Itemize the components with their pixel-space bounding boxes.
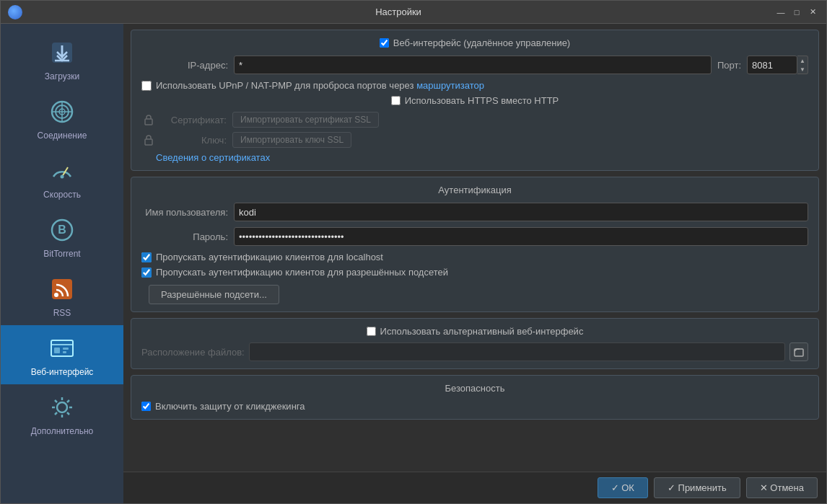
svg-line-26 — [67, 412, 69, 415]
sidebar-label-advanced: Дополнительно — [31, 426, 93, 436]
svg-text:B: B — [58, 224, 66, 236]
https-row: Использовать HTTPS вместо HTTP — [141, 95, 808, 106]
https-label: Использовать HTTPS вместо HTTP — [405, 95, 559, 106]
file-location-row: Расположение файлов: — [141, 342, 808, 361]
svg-point-14 — [54, 293, 58, 297]
svg-rect-19 — [63, 351, 66, 353]
https-checkbox[interactable] — [391, 96, 401, 105]
svg-rect-17 — [54, 348, 60, 353]
port-input[interactable] — [747, 56, 797, 74]
maximize-button[interactable]: □ — [790, 6, 803, 19]
username-input[interactable] — [234, 203, 808, 221]
bittorrent-icon: B — [46, 214, 78, 246]
skip-localhost-row: Пропускать аутентификацию клиентов для l… — [141, 252, 808, 262]
sidebar-item-connection[interactable]: Соединение — [1, 89, 123, 148]
close-button[interactable]: ✕ — [806, 6, 819, 19]
sidebar-item-advanced[interactable]: Дополнительно — [1, 384, 123, 443]
webui-enable-checkbox[interactable] — [380, 38, 389, 48]
minimize-button[interactable]: — — [774, 6, 787, 19]
cert-info-link[interactable]: Сведения о сертификатах — [156, 152, 270, 163]
skip-subnets-label: Пропускать аутентификацию клиентов для р… — [156, 267, 448, 278]
cert-icon — [141, 112, 156, 127]
cancel-button[interactable]: ✕ Отмена — [746, 477, 818, 498]
settings-window: Настройки — □ ✕ Загрузки — [0, 0, 827, 504]
allowed-subnets-row: Разрешённые подсети... — [141, 282, 808, 304]
key-icon — [141, 133, 156, 147]
file-browse-button[interactable] — [789, 342, 808, 361]
skip-localhost-label: Пропускать аутентификацию клиентов для l… — [156, 252, 383, 262]
port-down-arrow[interactable]: ▼ — [797, 65, 808, 74]
advanced-icon — [46, 392, 78, 423]
file-location-label: Расположение файлов: — [141, 347, 245, 358]
svg-line-28 — [55, 412, 57, 415]
window-title: Настройки — [22, 6, 774, 17]
rss-icon — [46, 273, 78, 305]
apply-button[interactable]: ✓ Применить — [654, 477, 740, 498]
ip-input[interactable] — [234, 56, 712, 74]
svg-line-27 — [67, 400, 69, 402]
username-label: Имя пользователя: — [141, 207, 228, 218]
auth-section: Аутентификация Имя пользователя: Пароль:… — [131, 177, 819, 312]
svg-rect-30 — [145, 139, 152, 145]
security-section: Безопасность Включить защиту от кликджек… — [131, 375, 819, 420]
sidebar: Загрузки Соединение — [1, 24, 123, 503]
ip-row: IP-адрес: Порт: ▲ ▼ — [141, 56, 808, 74]
app-logo — [8, 5, 22, 19]
sidebar-item-rss[interactable]: RSS — [1, 266, 123, 325]
router-link[interactable]: маршрутизатор — [416, 80, 484, 91]
password-input[interactable] — [234, 227, 808, 246]
skip-localhost-checkbox[interactable] — [141, 252, 152, 262]
ip-label: IP-адрес: — [141, 60, 228, 71]
cert-link-row: Сведения о сертификатах — [149, 152, 808, 163]
svg-rect-29 — [145, 119, 152, 125]
alt-webui-checkbox[interactable] — [367, 327, 376, 336]
password-row: Пароль: — [141, 227, 808, 246]
webui-icon — [46, 332, 78, 364]
titlebar: Настройки — □ ✕ — [1, 1, 826, 24]
connection-icon — [46, 96, 78, 128]
sidebar-item-bittorrent[interactable]: B BitTorrent — [1, 207, 123, 266]
content-area: Веб-интерфейс (удалённое управление) IP-… — [123, 24, 826, 503]
key-import-button[interactable]: Импортировать ключ SSL — [232, 132, 351, 148]
sidebar-item-downloads[interactable]: Загрузки — [1, 30, 123, 89]
webui-enable-row: Веб-интерфейс (удалённое управление) — [141, 37, 808, 48]
sidebar-label-downloads: Загрузки — [45, 71, 79, 81]
svg-point-10 — [61, 175, 64, 179]
key-label: Ключ: — [162, 135, 227, 146]
window-controls: — □ ✕ — [774, 6, 819, 19]
bottom-bar: ✓ ОК ✓ Применить ✕ Отмена — [123, 472, 826, 503]
clickjack-label: Включить защиту от кликджекинга — [155, 401, 305, 412]
key-row: Ключ: Импортировать ключ SSL — [141, 132, 808, 148]
password-label: Пароль: — [141, 231, 228, 242]
speed-icon — [46, 155, 78, 187]
webui-main-section: Веб-интерфейс (удалённое управление) IP-… — [131, 30, 819, 171]
port-up-arrow[interactable]: ▲ — [797, 56, 808, 65]
upnp-row: Использовать UPnP / NAT-PMP для проброса… — [141, 80, 808, 91]
main-content: Загрузки Соединение — [1, 24, 826, 503]
port-spinbox: ▲ ▼ — [747, 56, 808, 74]
sidebar-item-speed[interactable]: Скорость — [1, 148, 123, 207]
svg-point-20 — [57, 402, 67, 412]
skip-subnets-row: Пропускать аутентификацию клиентов для р… — [141, 267, 808, 278]
username-row: Имя пользователя: — [141, 203, 808, 221]
port-arrows: ▲ ▼ — [797, 56, 808, 74]
settings-panels: Веб-интерфейс (удалённое управление) IP-… — [123, 24, 826, 472]
clickjack-checkbox[interactable] — [141, 402, 151, 411]
svg-rect-18 — [63, 348, 69, 350]
upnp-label: Использовать UPnP / NAT-PMP для проброса… — [156, 80, 484, 91]
upnp-checkbox[interactable] — [141, 81, 152, 91]
alt-webui-label: Использовать альтернативный веб-интерфей… — [380, 326, 584, 337]
sidebar-item-webui[interactable]: Веб-интерфейс — [1, 325, 123, 384]
cert-label: Сертификат: — [162, 115, 227, 125]
webui-enable-label: Веб-интерфейс (удалённое управление) — [393, 37, 570, 48]
allowed-subnets-button[interactable]: Разрешённые подсети... — [149, 285, 279, 304]
cert-row: Сертификат: Импортировать сертификат SSL — [141, 112, 808, 128]
skip-subnets-checkbox[interactable] — [141, 268, 152, 278]
alt-webui-section: Использовать альтернативный веб-интерфей… — [131, 318, 819, 369]
cert-import-button[interactable]: Импортировать сертификат SSL — [232, 112, 379, 128]
sidebar-label-bittorrent: BitTorrent — [43, 249, 80, 259]
file-location-input[interactable] — [249, 342, 785, 361]
ok-button[interactable]: ✓ ОК — [598, 477, 648, 498]
alt-webui-row: Использовать альтернативный веб-интерфей… — [141, 326, 808, 337]
security-title: Безопасность — [141, 383, 808, 394]
